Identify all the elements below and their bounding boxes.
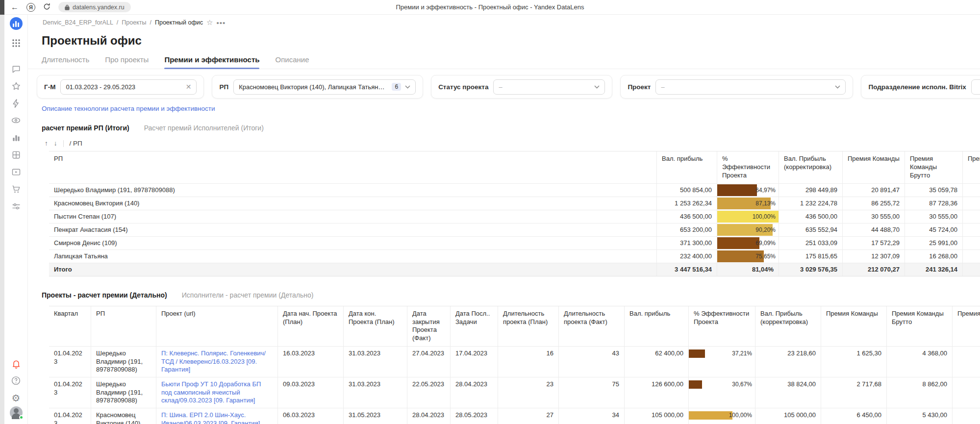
more-menu-icon[interactable]: •••: [216, 19, 226, 27]
column-header[interactable]: Премия Команды Брутто: [887, 306, 953, 347]
methodology-link[interactable]: Описание технологии расчета премии и эфф…: [28, 99, 215, 112]
rp-name-cell: Шередько Владимир (191, 89787809088): [91, 377, 156, 408]
sliders-icon[interactable]: [10, 200, 22, 212]
status-filter-select[interactable]: –: [493, 79, 605, 95]
star-icon[interactable]: [10, 80, 22, 92]
gross-profit-cell: 232 400,00: [657, 250, 717, 263]
favorite-star-icon[interactable]: ☆: [206, 18, 213, 27]
team-bonus-gross-cell: 8 862,00: [887, 377, 953, 408]
team-bonus-cell: 44 488,70: [843, 224, 905, 237]
last-task-cell: 17.04.2023: [451, 347, 498, 377]
column-header[interactable]: Прем: [963, 151, 980, 184]
column-header[interactable]: Премия Команды: [821, 306, 887, 347]
column-header[interactable]: % Эффективности Проекта: [717, 151, 779, 184]
clear-icon[interactable]: ✕: [186, 83, 192, 91]
wtab-executors-detail[interactable]: Исполнители - расчет премии (Детально): [182, 291, 314, 299]
video-icon[interactable]: [10, 166, 22, 178]
column-header[interactable]: Дата закрытия Проекта (Факт): [407, 306, 451, 347]
rp-filter-select[interactable]: Красномовец Виктория (140), Лапицкая Тат…: [233, 79, 416, 95]
column-header[interactable]: РП: [91, 306, 156, 347]
column-header[interactable]: Длительность проекта (Факт): [559, 306, 625, 347]
rp-name-cell: Шередько Владимир (191, 89787809088): [91, 347, 156, 377]
breadcrumb-root[interactable]: Denvic_B24_ERP_forALL: [43, 19, 113, 26]
quarter-cell: 01.04.2023: [49, 347, 91, 377]
sort-desc-icon[interactable]: ↓: [54, 140, 57, 147]
efficiency-bar: [717, 237, 759, 249]
adjusted-profit-cell: 23 218,60: [755, 347, 821, 377]
empty-cell: [963, 263, 980, 276]
column-header[interactable]: Вал. Прибыль (корректировка): [755, 306, 821, 347]
eye-icon[interactable]: [10, 115, 22, 126]
tab-duration[interactable]: Длительность: [42, 55, 89, 69]
column-header[interactable]: Дата нач. Проекта (План): [278, 306, 344, 347]
end-plan-cell: 31.03.2023: [344, 347, 407, 377]
cart-icon[interactable]: [10, 183, 22, 195]
yandex-profile-icon[interactable]: Я: [26, 3, 35, 12]
efficiency-bar-cell: 64,97%: [717, 184, 779, 197]
back-icon[interactable]: ←: [11, 3, 19, 11]
sort-asc-icon[interactable]: ↑: [45, 140, 48, 147]
column-header[interactable]: РП: [49, 151, 657, 184]
column-header[interactable]: Дата кон. Проекта (План): [344, 306, 407, 347]
team-bonus-cell: 2 717,68: [821, 377, 887, 408]
bell-icon[interactable]: [10, 358, 22, 370]
breadcrumb-projects[interactable]: Проекты: [122, 19, 146, 26]
efficiency-bar-cell: 100,00%: [717, 210, 779, 224]
column-header[interactable]: % Эффективности Проекта: [689, 306, 755, 347]
project-link[interactable]: П: Клевернс. Полярис. Голенкевич/ ТСД / …: [156, 347, 278, 377]
efficiency-value: 100,00%: [729, 411, 752, 420]
duration-plan-cell: 16: [498, 347, 559, 377]
efficiency-value: 30,67%: [732, 380, 752, 389]
rp-name-cell: Лапицкая Татьяна: [49, 250, 657, 263]
rp-count-badge: 6: [392, 83, 401, 91]
rp-bonus-cell: [953, 377, 980, 408]
help-icon[interactable]: [10, 375, 22, 387]
adjusted-profit-cell: 1 232 224,78: [779, 197, 843, 210]
team-bonus-gross-cell: 5 430,00: [887, 408, 953, 424]
team-bonus-gross-cell: 87 728,36: [905, 197, 963, 210]
team-bonus-cell: 86 255,72: [843, 197, 905, 210]
tab-about-projects[interactable]: Про проекты: [105, 55, 149, 69]
column-header[interactable]: Длительность проекта (План): [498, 306, 559, 347]
avatar[interactable]: [10, 406, 23, 419]
column-header[interactable]: Дата Посл.. Задачи: [451, 306, 498, 347]
filter-card-project: Проект –: [620, 75, 853, 99]
chat-icon[interactable]: [10, 63, 22, 75]
adjusted-profit-cell: 105 000,00: [755, 408, 821, 424]
window-title: Премии и эффективность - Проектный офис …: [396, 3, 584, 11]
automation-bolt-icon[interactable]: [10, 98, 22, 109]
adjusted-profit-cell: 436 500,00: [779, 210, 843, 224]
gear-icon[interactable]: ⚙: [10, 392, 22, 404]
column-header[interactable]: Премия Р: [953, 306, 980, 347]
column-header[interactable]: Вал. Прибыль (корректировка): [779, 151, 843, 184]
address-bar[interactable]: datalens.yandex.ru: [58, 2, 131, 12]
project-filter-select[interactable]: –: [655, 79, 846, 95]
apps-grid-icon[interactable]: [10, 37, 22, 49]
division-filter-select[interactable]: [971, 79, 980, 95]
total-gross-cell: 3 447 516,34: [657, 263, 717, 276]
project-link[interactable]: Бьюти Проф УТ 10 Доработка БП под самопи…: [156, 377, 278, 408]
bar-chart-icon[interactable]: [10, 132, 22, 144]
table-grid-icon[interactable]: [10, 149, 22, 161]
column-header[interactable]: Квартал: [49, 306, 91, 347]
wtab-executors-totals[interactable]: Расчет премий Исполнителей (Итоги): [144, 124, 264, 132]
column-header[interactable]: Премия Команды: [843, 151, 905, 184]
refresh-icon[interactable]: [43, 3, 50, 12]
tab-description[interactable]: Описание: [275, 55, 309, 69]
column-header[interactable]: Вал. прибыль: [657, 151, 717, 184]
period-filter-input[interactable]: 01.03.2023 - 29.05.2023 ✕: [60, 79, 197, 95]
sort-toolbar: ↑ ↓ / РП: [28, 132, 980, 151]
chevron-down-icon: [594, 85, 600, 89]
end-plan-cell: 31.05.2023: [344, 408, 407, 424]
column-header[interactable]: Премия Команды Брутто: [905, 151, 963, 184]
column-header[interactable]: Проект (url): [156, 306, 278, 347]
datalens-logo-icon[interactable]: [10, 17, 23, 30]
column-header[interactable]: Вал. прибыль: [625, 306, 689, 347]
wtab-rp-totals[interactable]: расчет премий РП (Итоги): [42, 124, 129, 132]
tab-bonuses-efficiency[interactable]: Премии и эффективность: [164, 55, 259, 69]
quarter-cell: 01.04.2023: [49, 408, 91, 424]
efficiency-value: 100,00%: [753, 210, 776, 223]
project-link[interactable]: П: Шина. ЕРП 2.0 Шин-Хаус. Иванов/06.03.…: [156, 408, 278, 424]
wtab-projects-detail[interactable]: Проекты - расчет премии (Детально): [42, 291, 167, 299]
breadcrumb: Denvic_B24_ERP_forALL / Проекты / Проект…: [28, 15, 980, 27]
